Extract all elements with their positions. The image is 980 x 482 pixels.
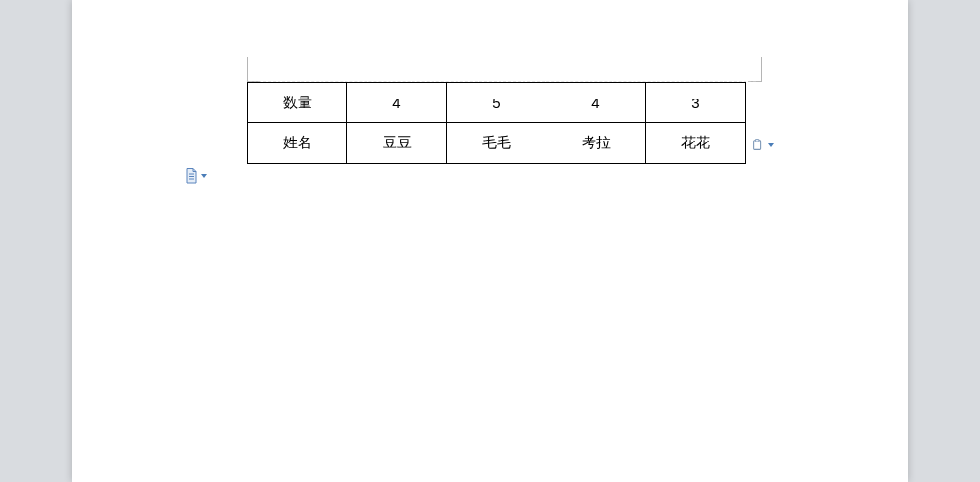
row-label[interactable]: 姓名 (248, 123, 347, 164)
svg-rect-1 (755, 139, 759, 142)
data-table[interactable]: 数量 4 5 4 3 姓名 豆豆 毛毛 考拉 花花 (247, 82, 746, 164)
paste-options-button[interactable] (749, 137, 767, 154)
margin-corner-right (748, 57, 762, 82)
document-options-button[interactable] (185, 168, 198, 184)
table-cell[interactable]: 3 (646, 83, 746, 123)
table-cell[interactable]: 4 (347, 83, 447, 123)
table-row[interactable]: 姓名 豆豆 毛毛 考拉 花花 (248, 123, 746, 164)
margin-corner-left (247, 57, 260, 82)
document-options-dropdown-arrow[interactable] (201, 174, 207, 178)
paste-options-dropdown-arrow[interactable] (768, 143, 774, 147)
table-cell[interactable]: 毛毛 (447, 123, 546, 164)
table-cell[interactable]: 5 (447, 83, 546, 123)
table-cell[interactable]: 4 (546, 83, 646, 123)
clipboard-icon (751, 139, 765, 152)
table-row[interactable]: 数量 4 5 4 3 (248, 83, 746, 123)
table-cell[interactable]: 考拉 (546, 123, 646, 164)
table-cell[interactable]: 花花 (646, 123, 746, 164)
document-page: 数量 4 5 4 3 姓名 豆豆 毛毛 考拉 花花 (72, 0, 908, 482)
table-cell[interactable]: 豆豆 (347, 123, 447, 164)
row-label[interactable]: 数量 (248, 83, 347, 123)
document-icon (185, 168, 198, 184)
